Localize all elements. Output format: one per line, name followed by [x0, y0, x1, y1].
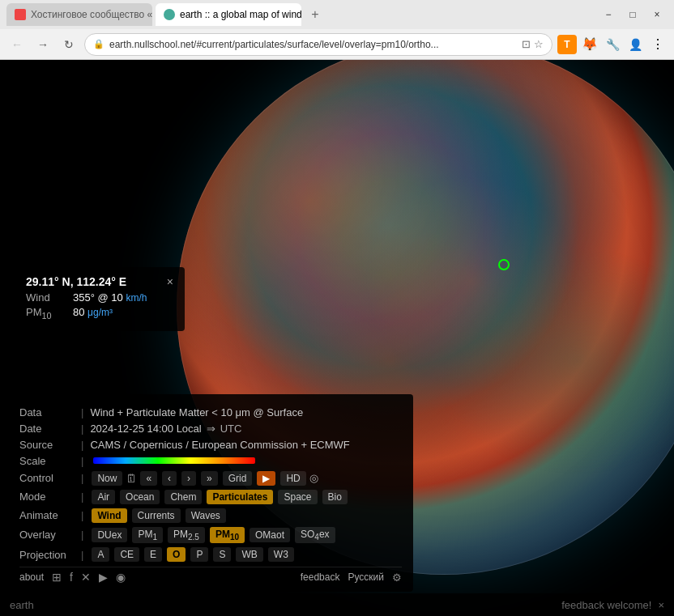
browser-toolbar: ← → ↻ 🔒 earth.nullschool.net/#current/pa…	[0, 29, 674, 60]
animate-wind[interactable]: Wind	[92, 508, 126, 523]
coordinates-display: 29.11° N, 112.24° E	[26, 275, 126, 288]
mode-chem[interactable]: Chem	[164, 490, 202, 504]
proj-wb[interactable]: WB	[236, 547, 262, 562]
mode-bio[interactable]: Bio	[322, 490, 348, 504]
address-bar[interactable]: 🔒 earth.nullschool.net/#current/particul…	[84, 33, 552, 56]
about-link[interactable]: about	[19, 571, 44, 583]
mode-ocean[interactable]: Ocean	[120, 490, 160, 504]
toolbar-right: T 🦊 🔧 👤 ⋮	[557, 35, 668, 54]
source-row: Source | CAMS / Copernicus / European Co…	[19, 439, 402, 451]
scale-bar	[93, 457, 255, 464]
play-button[interactable]: ▶	[257, 471, 275, 486]
hd-button[interactable]: HD	[280, 471, 305, 486]
main-content: Хостинговое сообщество «Ti... × earth ::…	[0, 0, 674, 616]
proj-ce[interactable]: CE	[114, 547, 139, 562]
overlay-pm25[interactable]: PM2.5	[168, 527, 205, 543]
data-value: Wind + Particulate Matter < 10 μm @ Surf…	[90, 406, 303, 418]
extension-icon-1[interactable]: T	[557, 35, 577, 54]
security-icon: 🔒	[93, 39, 105, 49]
overlay-pm10[interactable]: PM10	[210, 527, 245, 543]
proj-e[interactable]: E	[144, 547, 162, 562]
grid-icon[interactable]: ⊞	[52, 571, 62, 584]
overlay-buttons: DUex PM1 PM2.5 PM10 OMaot SO4ex	[90, 527, 336, 543]
wind-speed: 355° @ 10	[73, 291, 123, 304]
footer-close-button[interactable]: ×	[658, 599, 664, 611]
now-button[interactable]: Now	[92, 471, 122, 486]
language-link[interactable]: Русский	[348, 571, 384, 583]
menu-button[interactable]: ⋮	[648, 35, 668, 54]
locate-icon[interactable]: ◎	[309, 472, 318, 484]
minimize-button[interactable]: −	[598, 7, 619, 22]
youtube-icon[interactable]: ▶	[99, 571, 108, 584]
maximize-button[interactable]: □	[622, 7, 643, 22]
animate-row: Animate | Wind Currents Waves	[19, 508, 402, 523]
twitter-icon[interactable]: ✕	[81, 571, 91, 584]
wind-unit: km/h	[126, 292, 147, 304]
grid-button[interactable]: Grid	[223, 471, 253, 486]
next-next-button[interactable]: »	[201, 471, 218, 486]
projection-row: Projection | A CE E O P S WB W3	[19, 547, 402, 562]
close-button[interactable]: ×	[646, 7, 668, 22]
source-label: Source	[19, 439, 81, 451]
new-tab-button[interactable]: +	[305, 4, 326, 25]
footer-brand: earth	[10, 599, 34, 611]
overlay-omaot[interactable]: OMaot	[250, 528, 290, 542]
star-icon[interactable]: ☆	[534, 38, 544, 50]
tab-active[interactable]: earth :: a global map of wind, w... ×	[156, 3, 301, 26]
animate-currents[interactable]: Currents	[132, 508, 181, 523]
data-label: Data	[19, 406, 81, 418]
source-value: CAMS / Copernicus / European Commission …	[90, 439, 349, 451]
utc-link[interactable]: UTC	[220, 423, 242, 435]
animate-waves[interactable]: Waves	[186, 508, 226, 523]
mode-row: Mode | Air Ocean Chem Particulates Space…	[19, 490, 402, 504]
back-button[interactable]: ←	[6, 34, 28, 55]
tab-inactive[interactable]: Хостинговое сообщество «Ti... ×	[6, 3, 152, 26]
overlay-duex[interactable]: DUex	[92, 528, 127, 542]
pm-unit: μg/m³	[87, 307, 113, 318]
overlay-label: Overlay	[19, 529, 81, 541]
control-buttons: Now 🗓 « ‹ › » Grid ▶ HD ◎	[90, 471, 318, 486]
mode-label: Mode	[19, 491, 81, 503]
pm-row: PM10 80 μg/m³	[26, 306, 173, 321]
control-label: Control	[19, 472, 81, 484]
mode-air[interactable]: Air	[92, 490, 115, 504]
reload-button[interactable]: ↻	[58, 34, 79, 55]
browser-titlebar: Хостинговое сообщество «Ti... × earth ::…	[0, 0, 674, 29]
prev-button[interactable]: ‹	[162, 471, 177, 486]
info-close-button[interactable]: ×	[167, 275, 173, 288]
tab-label-active: earth :: a global map of wind, w...	[180, 9, 301, 20]
extension-icon-4[interactable]: 👤	[625, 35, 645, 54]
mode-space[interactable]: Space	[278, 490, 317, 504]
mode-particulates[interactable]: Particulates	[207, 490, 273, 504]
facebook-icon[interactable]: f	[70, 571, 73, 584]
proj-a[interactable]: A	[92, 547, 109, 562]
next-button[interactable]: ›	[181, 471, 196, 486]
instagram-icon[interactable]: ◉	[116, 571, 126, 584]
proj-s[interactable]: S	[213, 547, 231, 562]
extension-icon-2[interactable]: 🦊	[580, 35, 599, 54]
qr-icon[interactable]: ⊡	[522, 38, 531, 50]
overlay-pm1[interactable]: PM1	[132, 527, 163, 543]
address-icons: ⊡ ☆	[522, 38, 544, 50]
pm-value: 80 μg/m³	[73, 306, 113, 321]
projection-buttons: A CE E O P S WB W3	[90, 547, 295, 562]
proj-p[interactable]: P	[190, 547, 208, 562]
info-popup: 29.11° N, 112.24° E × Wind 355° @ 10 km/…	[15, 267, 185, 331]
proj-o[interactable]: O	[167, 547, 186, 562]
projection-label: Projection	[19, 549, 81, 561]
control-row: Control | Now 🗓 « ‹ › » Grid ▶ HD ◎	[19, 471, 402, 486]
forward-button[interactable]: →	[32, 34, 53, 55]
extension-icon-3[interactable]: 🔧	[603, 35, 622, 54]
pm-number: 80	[73, 306, 84, 318]
animate-label: Animate	[19, 509, 81, 521]
settings-icon[interactable]: ⚙	[392, 571, 402, 584]
prev-prev-button[interactable]: «	[140, 471, 157, 486]
wind-label: Wind	[26, 291, 66, 304]
proj-w3[interactable]: W3	[268, 547, 294, 562]
overlay-row: Overlay | DUex PM1 PM2.5 PM10 OMaot SO4e…	[19, 527, 402, 543]
date-row: Date | 2024-12-25 14:00 Local ⇒ UTC	[19, 423, 402, 435]
calendar-icon[interactable]: 🗓	[126, 472, 137, 485]
overlay-so4ex[interactable]: SO4ex	[295, 527, 335, 543]
date-value: 2024-12-25 14:00 Local	[90, 423, 201, 435]
feedback-link[interactable]: feedback	[301, 571, 340, 583]
